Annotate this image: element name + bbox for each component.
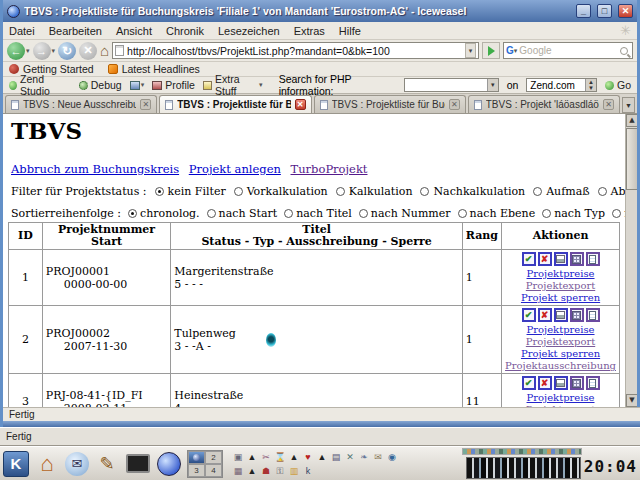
link-projekt-sperren[interactable]: Projekt sperren [505,348,616,360]
forward-button[interactable]: → [33,42,51,60]
zend-studio-button[interactable]: Zend Studio [9,73,71,97]
radio-nach-nummer[interactable] [359,209,368,218]
tray-globe-icon[interactable]: ◉ [386,451,398,463]
tray-x-icon[interactable]: ✕ [344,451,356,463]
check-icon[interactable]: ✔ [522,308,536,322]
desktop-2[interactable]: 2 [205,451,222,464]
profile-button[interactable]: Profile [152,79,195,91]
link-turboprojekt[interactable]: TurboProjekt [291,162,368,176]
export-icon[interactable] [586,376,600,390]
bookmark-latest-headlines[interactable]: Latest Headlines [108,63,200,75]
menu-ansicht[interactable]: Ansicht [116,25,152,37]
export-icon[interactable] [586,308,600,322]
back-button[interactable]: ← [7,42,25,60]
scroll-down-icon[interactable]: ▼ [626,394,637,407]
delete-icon[interactable]: ✘ [538,376,552,390]
radio-abrechnung[interactable] [598,187,607,196]
tab-close-icon[interactable]: ✕ [449,99,460,110]
vertical-scrollbar[interactable]: ▲ ▼ [625,114,637,407]
radio-nach-status[interactable] [612,209,621,218]
link-projektexport[interactable]: Projektexport [505,336,616,348]
radio-kein-filter[interactable] [155,187,164,196]
tray-expand-icon[interactable]: ▲ [316,451,328,463]
tab-close-icon[interactable]: ✕ [295,99,306,110]
print-icon[interactable] [554,376,568,390]
kmenu-icon[interactable]: K [3,451,29,477]
link-projektexport[interactable]: Projektexport [505,280,616,292]
table-icon[interactable] [570,376,584,390]
radio-vorkalkulation[interactable] [234,187,243,196]
check-icon[interactable]: ✔ [522,252,536,266]
list-all-tabs-icon[interactable]: ▼ [622,97,635,113]
reload-button[interactable]: ↻ [58,42,76,60]
tab-neue-ausschreibung[interactable]: TBVS : Neue Ausschreibung ... ✕ [5,95,157,113]
tray-expand-icon[interactable]: ▲ [288,451,300,463]
link-projekt-sperren[interactable]: Projekt sperren [505,292,616,304]
radio-nach-titel[interactable] [284,209,293,218]
radio-aufmass[interactable] [533,187,542,196]
delete-icon[interactable]: ✘ [538,252,552,266]
desktop-3[interactable]: 3 [188,464,205,477]
konsole-icon[interactable] [125,451,151,477]
kmail-icon[interactable]: ✉ [65,452,89,476]
scrollbar-thumb[interactable] [626,128,637,190]
export-icon[interactable] [586,252,600,266]
tray-camera-icon[interactable]: ▣ [232,451,244,463]
tray-shield-icon[interactable]: ☗ [260,465,272,477]
tray-doc-icon[interactable]: ▤ [330,451,342,463]
link-abbruch-buchungskreis[interactable]: Abbruch zum Buchungskreis [11,162,179,176]
zend-go-button[interactable]: Go [605,79,631,91]
menu-extras[interactable]: Extras [294,25,325,37]
link-projektpreise[interactable]: Projektpreise [505,392,616,404]
menu-chronik[interactable]: Chronik [166,25,204,37]
tray-key-icon[interactable]: ⚿ [274,465,286,477]
link-projektausschreibung[interactable]: Projektausschreibung [505,360,616,372]
menu-bearbeiten[interactable]: Bearbeiten [49,25,102,37]
tab-projekt[interactable]: TBVS : Projekt 'láöasdláöláál... ✕ [468,95,620,113]
debug-button[interactable]: Debug [79,79,122,91]
tray-heart-icon[interactable]: ♥ [302,451,314,463]
php-search-combo[interactable]: ▾ [404,78,499,92]
stop-button[interactable]: ✕ [79,42,97,60]
search-icon[interactable] [620,47,628,55]
search-input[interactable]: G ▾ Google [503,42,633,59]
print-icon[interactable] [554,252,568,266]
link-projektpreise[interactable]: Projektpreise [505,268,616,280]
google-engine-icon[interactable]: G [506,45,514,56]
desktop-1[interactable] [188,451,205,464]
desktop-4[interactable]: 4 [205,464,222,477]
tab-close-icon[interactable]: ✕ [603,99,614,110]
menu-hilfe[interactable]: Hilfe [339,25,361,37]
back-dropdown-icon[interactable]: ▾ [26,47,30,55]
radio-chronolog[interactable] [128,209,137,218]
url-dropdown-icon[interactable]: ▾ [465,43,476,58]
tray-mail-icon[interactable]: ✉ [372,451,384,463]
radio-nach-typ[interactable] [542,209,551,218]
menu-lesezeichen[interactable]: Lesezeichen [218,25,280,37]
menu-datei[interactable]: Datei [9,25,35,37]
radio-kalkulation[interactable] [336,187,345,196]
table-icon[interactable] [570,252,584,266]
radio-nachkalkulation[interactable] [420,187,429,196]
home-button[interactable]: ⌂ [100,42,109,59]
extra-stuff-button[interactable]: Extra Stuff▾ [203,73,263,97]
tray-hourglass-icon[interactable]: ⌛ [274,451,286,463]
close-button[interactable]: ✕ [618,4,633,18]
go-button[interactable] [482,42,500,59]
search-engine-select[interactable]: Zend.com ▲▼ [526,78,597,92]
tab-projektliste-2[interactable]: TBVS : Projektliste für Buchu... ✕ [314,95,466,113]
tray-k-icon[interactable]: k [302,465,314,477]
home-folder-icon[interactable]: ⌂ [34,451,60,477]
maximize-button[interactable]: □ [597,4,612,18]
radio-nach-start[interactable] [207,209,216,218]
tray-clip-icon[interactable]: ✂ [260,451,272,463]
debug-options-button[interactable]: ▾ [130,81,145,90]
table-icon[interactable] [570,308,584,322]
tray-expand-icon[interactable]: ▲ [246,465,258,477]
desktop-pager[interactable]: 2 3 4 [187,450,223,478]
forward-dropdown-icon[interactable]: ▾ [52,47,56,55]
combo-dropdown-icon[interactable]: ▾ [487,79,498,91]
tab-projektliste-active[interactable]: TBVS : Projektliste für B... ✕ [159,95,311,113]
scroll-up-icon[interactable]: ▲ [626,114,637,127]
kwrite-icon[interactable]: ✎ [94,451,120,477]
